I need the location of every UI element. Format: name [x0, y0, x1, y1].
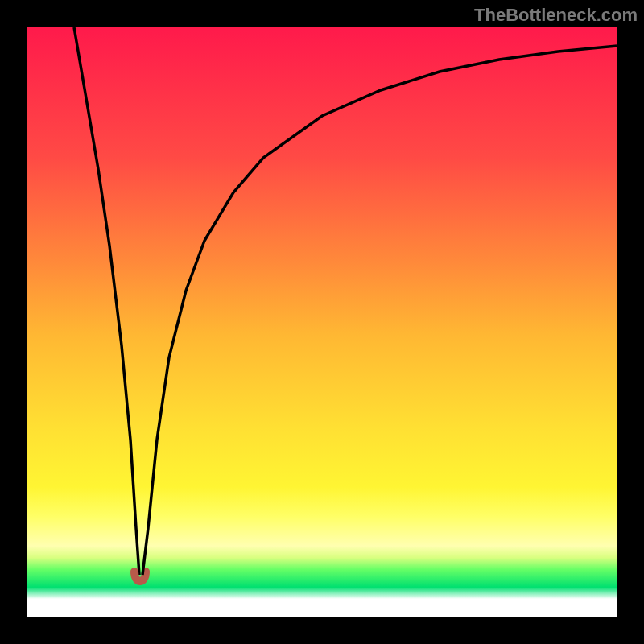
watermark-text: TheBottleneck.com [474, 5, 638, 26]
chart-frame: TheBottleneck.com [0, 0, 644, 644]
bottleneck-curve [27, 27, 617, 617]
curve-left-branch [74, 27, 139, 575]
curve-right-branch [142, 46, 617, 575]
chart-plot-area [27, 27, 617, 617]
